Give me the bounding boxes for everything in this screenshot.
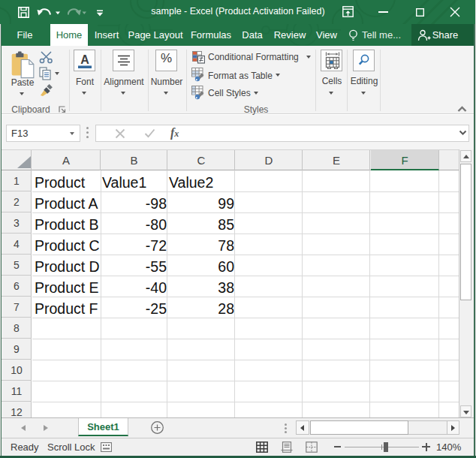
svg-text:A: A [80, 53, 89, 66]
